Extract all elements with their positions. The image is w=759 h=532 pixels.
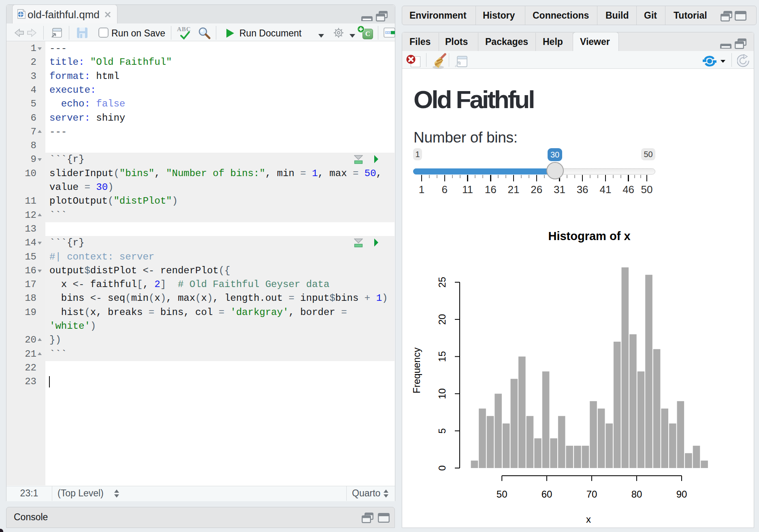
svg-text:25: 25: [437, 277, 448, 288]
svg-text:80: 80: [631, 489, 642, 500]
svg-text:50: 50: [497, 489, 507, 500]
svg-text:20: 20: [437, 314, 448, 325]
svg-text:70: 70: [586, 489, 597, 500]
svg-text:Frequency: Frequency: [411, 347, 422, 393]
svg-text:0: 0: [437, 465, 448, 470]
svg-text:Histogram of x: Histogram of x: [548, 230, 630, 243]
svg-text:60: 60: [542, 489, 552, 500]
svg-text:x: x: [586, 514, 591, 525]
svg-text:15: 15: [437, 351, 448, 362]
svg-text:90: 90: [676, 489, 687, 500]
svg-text:5: 5: [437, 428, 448, 434]
svg-text:10: 10: [437, 388, 448, 399]
